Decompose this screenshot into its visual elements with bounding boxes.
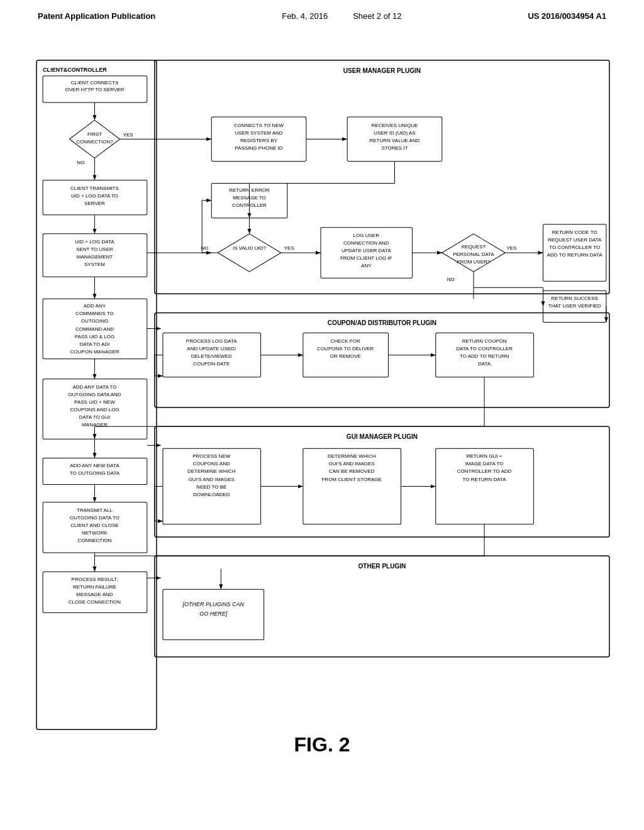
svg-text:GUI MANAGER PLUGIN: GUI MANAGER PLUGIN xyxy=(347,433,418,440)
svg-text:RETURN FAILURE: RETURN FAILURE xyxy=(73,584,116,590)
svg-text:RETURN COUPON: RETURN COUPON xyxy=(462,338,507,344)
svg-text:TO RETURN DATA: TO RETURN DATA xyxy=(463,477,507,482)
svg-text:TO CONTROLLER TO: TO CONTROLLER TO xyxy=(549,245,600,250)
svg-marker-76 xyxy=(218,234,280,272)
svg-text:YES: YES xyxy=(284,245,294,251)
svg-text:FROM CLIENT STORAGE: FROM CLIENT STORAGE xyxy=(321,477,381,482)
svg-text:USER MANAGER PLUGIN: USER MANAGER PLUGIN xyxy=(343,67,421,74)
svg-text:COUPONS TO DELIVER: COUPONS TO DELIVER xyxy=(317,346,374,351)
svg-text:UPDATE USER DATA: UPDATE USER DATA xyxy=(341,248,391,253)
svg-text:PASS UID & LOG: PASS UID & LOG xyxy=(75,334,115,340)
svg-text:RETURN CODE TO: RETURN CODE TO xyxy=(552,230,597,235)
svg-text:ADD TO RETURN DATA: ADD TO RETURN DATA xyxy=(547,252,603,258)
svg-text:FROM CLIENT LOG IF: FROM CLIENT LOG IF xyxy=(340,255,392,261)
svg-text:OUTGOING DATA AND: OUTGOING DATA AND xyxy=(68,392,121,397)
svg-text:PROCESS RESULT,: PROCESS RESULT, xyxy=(72,577,118,582)
svg-text:DATA TO AD/: DATA TO AD/ xyxy=(79,341,110,347)
svg-text:USER ID (UID) AS: USER ID (UID) AS xyxy=(374,130,415,136)
svg-text:DETERMINE WHICH: DETERMINE WHICH xyxy=(187,468,236,474)
svg-text:ADD ANY NEW DATA: ADD ANY NEW DATA xyxy=(70,463,119,468)
svg-text:PROCESS NEW: PROCESS NEW xyxy=(192,453,231,459)
svg-text:CLOSE CONNECTION: CLOSE CONNECTION xyxy=(69,599,121,605)
svg-text:NO: NO xyxy=(77,160,84,165)
svg-text:COUPONS AND: COUPONS AND xyxy=(193,461,230,467)
svg-text:COUPON DATE: COUPON DATE xyxy=(193,361,230,367)
svg-text:LOG USER: LOG USER xyxy=(353,233,380,238)
svg-text:PERSONAL DATA: PERSONAL DATA xyxy=(453,252,494,257)
svg-text:COUPON MANAGER: COUPON MANAGER xyxy=(70,349,119,355)
svg-text:IS VALID UID?: IS VALID UID? xyxy=(233,245,266,251)
svg-text:REQUEST: REQUEST xyxy=(462,244,486,250)
svg-text:DATA: DATA xyxy=(478,361,491,367)
svg-text:NO: NO xyxy=(447,277,455,282)
svg-text:[OTHER PLUGINS CAN: [OTHER PLUGINS CAN xyxy=(182,601,244,607)
svg-text:CHECK FOR: CHECK FOR xyxy=(331,338,360,344)
svg-text:MANAGEMENT: MANAGEMENT xyxy=(77,254,113,260)
svg-text:OUTGOING: OUTGOING xyxy=(81,318,109,324)
svg-rect-143 xyxy=(303,448,401,524)
header-date: Feb. 4, 2016 xyxy=(282,11,328,21)
svg-text:COUPON/AD DISTRIBUTOR PLUGIN: COUPON/AD DISTRIBUTOR PLUGIN xyxy=(328,319,436,326)
svg-text:MESSAGE AND: MESSAGE AND xyxy=(76,592,113,597)
diagram-area: CLIENT&CONTROLLER CLIENT CONNECTS OVER H… xyxy=(25,33,619,769)
svg-text:FROM USER?: FROM USER? xyxy=(457,259,491,265)
svg-text:OUTGOING DATA TO: OUTGOING DATA TO xyxy=(70,515,119,521)
svg-text:SYSTEM: SYSTEM xyxy=(84,262,105,267)
svg-text:SERVER: SERVER xyxy=(84,201,105,206)
svg-text:CONNECTION?: CONNECTION? xyxy=(76,139,113,145)
svg-text:ADD ANY: ADD ANY xyxy=(84,303,106,309)
svg-text:CAN BE REMOVED: CAN BE REMOVED xyxy=(329,468,375,474)
svg-text:GUI'S AND IMAGES: GUI'S AND IMAGES xyxy=(329,461,375,467)
svg-text:OTHER PLUGIN: OTHER PLUGIN xyxy=(358,563,406,570)
svg-text:DOWNLOADED: DOWNLOADED xyxy=(193,492,230,497)
svg-text:RETURN SUCCESS: RETURN SUCCESS xyxy=(552,296,598,301)
svg-text:AND UPDATE USED/: AND UPDATE USED/ xyxy=(187,346,236,351)
svg-text:COMMANDS TO: COMMANDS TO xyxy=(75,311,114,316)
header-sheet: Sheet 2 of 12 xyxy=(353,11,401,21)
svg-text:TO ADD TO RETURN: TO ADD TO RETURN xyxy=(460,353,509,359)
svg-text:GUI'S AND IMAGES: GUI'S AND IMAGES xyxy=(189,477,235,482)
header-center: Feb. 4, 2016 Sheet 2 of 12 xyxy=(282,11,401,21)
svg-text:DATA TO CONTROLLER: DATA TO CONTROLLER xyxy=(456,346,513,351)
svg-text:FIRST: FIRST xyxy=(87,131,102,137)
svg-text:NEED TO BE: NEED TO BE xyxy=(196,484,226,490)
svg-rect-110 xyxy=(155,313,609,407)
svg-text:IMAGE DATA TO: IMAGE DATA TO xyxy=(465,461,504,467)
svg-text:YES: YES xyxy=(506,245,516,251)
header-patent: US 2016/0034954 A1 xyxy=(528,11,606,21)
svg-text:CONTROLLER TO ADD: CONTROLLER TO ADD xyxy=(457,468,512,474)
svg-text:CONNECTS TO NEW: CONNECTS TO NEW xyxy=(234,123,284,128)
svg-text:COUPONS AND LOG: COUPONS AND LOG xyxy=(70,407,119,412)
svg-text:REGISTERS BY: REGISTERS BY xyxy=(240,138,278,143)
svg-rect-149 xyxy=(436,448,534,524)
svg-text:COMMAND AND: COMMAND AND xyxy=(75,326,114,332)
svg-text:TO OUTGOING DATA: TO OUTGOING DATA xyxy=(70,470,120,476)
svg-text:RETURN GUI +: RETURN GUI + xyxy=(467,453,502,459)
svg-text:CONNECTION: CONNECTION xyxy=(78,538,112,543)
svg-text:OVER HTTP TO SERVER: OVER HTTP TO SERVER xyxy=(65,87,125,92)
svg-text:CONNECTION AND: CONNECTION AND xyxy=(343,240,389,246)
svg-text:DETERMINE WHICH: DETERMINE WHICH xyxy=(328,453,376,459)
svg-text:THAT USER VERIFIED: THAT USER VERIFIED xyxy=(548,303,601,309)
svg-text:UID + LOG DATA TO: UID + LOG DATA TO xyxy=(71,193,118,199)
figure-caption: FIG. 2 xyxy=(294,733,350,756)
page-header: Patent Application Publication Feb. 4, 2… xyxy=(0,0,644,27)
svg-text:PASSING PHONE ID: PASSING PHONE ID xyxy=(235,145,283,151)
svg-text:YES: YES xyxy=(123,132,133,138)
flowchart-svg: CLIENT&CONTROLLER CLIENT CONNECTS OVER H… xyxy=(25,33,619,769)
svg-text:DATA TO GUI: DATA TO GUI xyxy=(79,414,110,420)
svg-text:ADD ANY DATA TO: ADD ANY DATA TO xyxy=(72,384,116,390)
svg-text:RETURN VALUE AND: RETURN VALUE AND xyxy=(369,138,419,143)
svg-text:CLIENT AND CLOSE: CLIENT AND CLOSE xyxy=(70,523,118,528)
svg-text:UID + LOG DATA: UID + LOG DATA xyxy=(75,239,114,245)
svg-text:REQUEST USER DATA: REQUEST USER DATA xyxy=(548,237,602,243)
svg-text:NETWORK: NETWORK xyxy=(82,530,108,536)
svg-text:TRANSMIT ALL: TRANSMIT ALL xyxy=(77,507,113,513)
svg-text:STORES IT: STORES IT xyxy=(381,145,408,151)
svg-text:SENT TO USER: SENT TO USER xyxy=(76,246,113,252)
svg-text:PROCESS LOG DATA: PROCESS LOG DATA xyxy=(186,338,237,344)
svg-text:CLIENT CONNECTS: CLIENT CONNECTS xyxy=(71,80,119,86)
svg-text:OR REMOVE: OR REMOVE xyxy=(330,353,361,359)
svg-text:CLIENT&CONTROLLER: CLIENT&CONTROLLER xyxy=(43,67,107,73)
svg-text:CLIENT TRANSMITS: CLIENT TRANSMITS xyxy=(70,185,119,191)
